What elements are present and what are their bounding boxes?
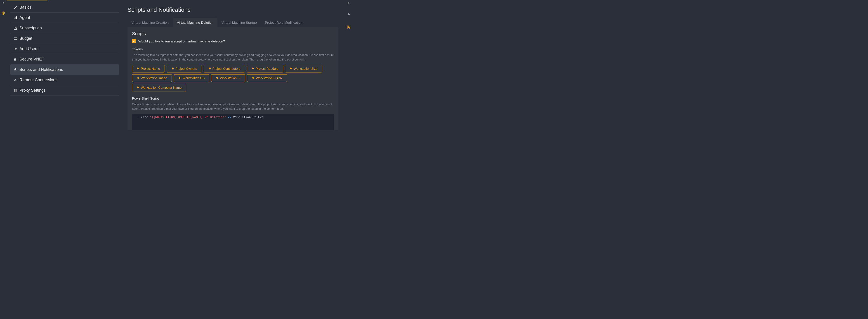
newspaper-icon [13,26,20,30]
token-project-owners[interactable]: Project Owners [166,65,202,72]
svg-rect-10 [14,59,16,61]
tag-icon [171,67,174,70]
sidebar-item-budget[interactable]: Budget [10,33,119,44]
token-label: Workstation IP [220,76,241,80]
token-workstation-os[interactable]: Workstation OS [174,74,209,82]
svg-rect-1 [14,18,14,19]
tag-icon [252,67,254,70]
code-operator: >> [228,115,231,119]
main-content: Scripts and Notifications Virtual Machin… [123,2,343,130]
tokens-heading: Tokens [132,47,334,51]
tag-icon [216,77,219,79]
tab-panel: Scripts Would you like to run a script o… [127,27,338,130]
right-rail [344,0,353,130]
svg-rect-3 [16,17,16,19]
sidebar-item-subscription[interactable]: Subscription [10,23,119,33]
svg-point-7 [15,38,16,39]
svg-point-8 [15,48,16,49]
tag-icon [137,77,140,79]
tab-vm-startup[interactable]: Virtual Machine Startup [217,18,261,27]
sidebar-item-remote-connections[interactable]: Remote Connections [10,75,119,85]
svg-point-9 [16,48,17,49]
money-icon [13,37,20,40]
run-script-checkbox[interactable] [132,39,136,43]
tag-icon [209,67,211,70]
token-workstation-image[interactable]: Workstation Image [132,74,172,82]
token-label: Project Contributors [213,67,241,70]
sidebar-item-label: Remote Connections [20,78,57,82]
token-label: Project Owners [176,67,197,70]
token-list: Project Name Project Owners Project Cont… [132,65,334,92]
code-filename: VMDeletionOut.txt [233,115,263,119]
svg-rect-4 [16,16,17,19]
token-workstation-computer-name[interactable]: Workstation Computer Name [132,84,186,92]
bars-icon [13,16,20,20]
editor-gutter: 1 [132,115,141,120]
svg-rect-2 [15,17,15,19]
tag-icon [290,67,292,70]
expand-left-rail-button[interactable] [2,2,5,4]
tab-vm-creation[interactable]: Virtual Machine Creation [127,18,173,27]
sidebar-item-label: Scripts and Notifications [20,67,63,72]
plug-icon [13,78,20,82]
tag-icon [252,77,254,79]
script-editor[interactable]: 1 echo "{{WORKSTATION_COMPUTER_NAME}}-VM… [132,114,334,130]
token-label: Project Readers [256,67,278,70]
sidebar-item-label: Basics [20,5,31,10]
pencil-icon [13,6,20,9]
svg-point-16 [14,91,15,92]
powershell-heading: PowerShell Script [132,96,334,100]
sidebar-item-secure-vnet[interactable]: Secure VNET [10,54,119,65]
token-label: Workstation Image [141,76,167,80]
save-icon[interactable] [346,25,350,29]
sidebar-item-agent[interactable]: Agent [10,13,119,23]
token-project-readers[interactable]: Project Readers [247,65,283,72]
tag-icon [137,86,140,89]
sidebar-item-label: Proxy Settings [20,88,46,93]
powershell-help-text: Once a virtual machine is deleted, Loome… [132,102,334,111]
left-rail [0,0,7,130]
token-project-name[interactable]: Project Name [132,65,165,72]
sidebar-item-basics[interactable]: Basics [10,2,119,13]
undo-icon[interactable] [346,13,351,17]
token-workstation-size[interactable]: Workstation Size [285,65,322,72]
server-icon [13,89,20,92]
sidebar-item-label: Add Users [20,46,38,51]
tag-icon [137,67,140,70]
tab-project-role-modification[interactable]: Project Role Modification [261,18,307,27]
page-title: Scripts and Notifications [127,6,338,13]
sidebar-item-label: Secure VNET [20,57,44,62]
sidebar-item-label: Budget [20,36,32,41]
editor-code[interactable]: echo "{{WORKSTATION_COMPUTER_NAME}}-VM-D… [141,115,334,120]
code-string: "{{WORKSTATION_COMPUTER_NAME}}-VM-Deleti… [150,115,226,119]
sidebar-item-scripts-and-notifications[interactable]: Scripts and Notifications [10,65,119,75]
tab-vm-deletion[interactable]: Virtual Machine Deletion [173,18,217,27]
token-label: Project Name [141,67,160,70]
sidebar-item-label: Agent [20,15,30,20]
run-script-checkbox-label: Would you like to run a script on virtua… [138,39,225,43]
tokens-help-text: The following tokens represent data that… [132,53,334,62]
token-workstation-ip[interactable]: Workstation IP [211,74,245,82]
sidebar-item-proxy-settings[interactable]: Proxy Settings [10,85,119,96]
accent-bar [7,0,48,0]
token-label: Workstation OS [182,76,205,80]
line-number: 1 [137,115,139,119]
svg-rect-6 [14,38,17,39]
sidebar-item-label: Subscription [20,26,42,31]
token-label: Workstation Size [294,67,318,70]
code-keyword: echo [141,115,148,119]
tabs: Virtual Machine Creation Virtual Machine… [127,18,338,27]
sidebar-item-add-users[interactable]: Add Users [10,44,119,54]
token-label: Workstation FQDN [256,76,282,80]
tag-icon [178,77,181,79]
bell-icon [13,68,20,72]
run-script-checkbox-row: Would you like to run a script on virtua… [132,39,334,43]
sidebar: Basics Agent Subscription Budget Add Use… [10,2,119,96]
scripts-heading: Scripts [132,31,334,36]
token-workstation-fqdn[interactable]: Workstation FQDN [247,74,287,82]
token-project-contributors[interactable]: Project Contributors [204,65,245,72]
lock-icon [13,58,20,61]
collapse-right-rail-button[interactable] [347,2,350,4]
svg-point-15 [14,90,15,91]
add-button[interactable] [2,11,5,15]
